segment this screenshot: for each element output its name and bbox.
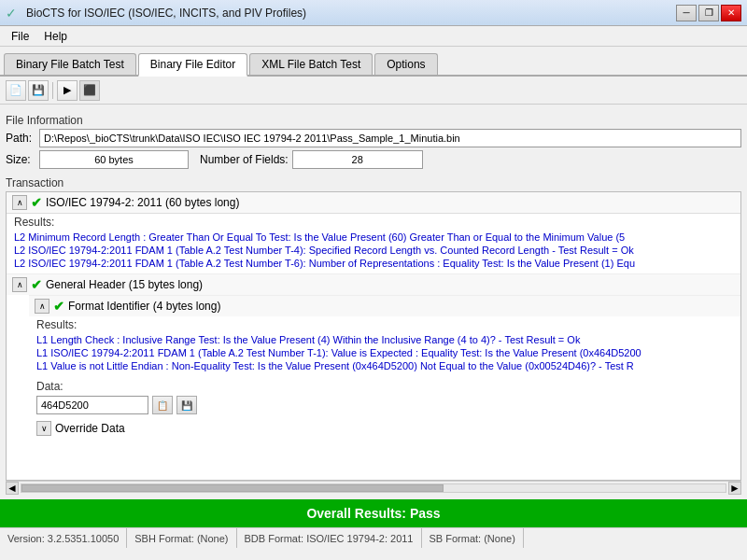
- scroll-left-btn[interactable]: ◄: [6, 482, 19, 495]
- close-button[interactable]: ✕: [721, 5, 741, 21]
- result-line-0[interactable]: L2 Minimum Record Length : Greater Than …: [14, 231, 733, 244]
- collapse-format-btn[interactable]: ∧: [35, 299, 49, 314]
- format-result-0[interactable]: L1 Length Check : Inclusive Range Test: …: [36, 333, 733, 346]
- restore-button[interactable]: ❐: [698, 5, 719, 21]
- format-identifier-section: ∧ ✔ Format Identifier (4 bytes long): [29, 295, 740, 316]
- result-line-2[interactable]: L2 ISO/IEC 19794-2:2011 FDAM 1 (Table A.…: [14, 257, 733, 270]
- path-label: Path:: [6, 132, 35, 145]
- results-label: Results:: [14, 216, 733, 229]
- data-section: Data: 📋 💾: [29, 376, 740, 418]
- format-identifier-title: Format Identifier (4 bytes long): [68, 300, 220, 313]
- format-check-icon: ✔: [53, 299, 64, 314]
- path-row: Path:: [6, 129, 741, 147]
- horizontal-scrollbar[interactable]: ◄ ►: [6, 481, 741, 494]
- format-results: Results: L1 Length Check : Inclusive Ran…: [29, 316, 740, 376]
- num-fields-input[interactable]: [292, 150, 423, 169]
- transaction-results: Results: L2 Minimum Record Length : Grea…: [7, 214, 740, 273]
- title-bar: ✓ BioCTS for ISO/IEC (ISO/IEC, INCITS, a…: [0, 0, 747, 26]
- file-info-section: File Information Path: Size: Number of F…: [6, 110, 741, 169]
- collapse-general-btn[interactable]: ∧: [12, 277, 27, 292]
- size-row: Size: Number of Fields:: [6, 150, 741, 169]
- main-content: File Information Path: Size: Number of F…: [0, 105, 747, 499]
- transaction-header: ∧ ✔ ISO/IEC 19794-2: 2011 (60 bytes long…: [7, 192, 740, 214]
- general-header-section: ∧ ✔ General Header (15 bytes long): [7, 273, 740, 295]
- transaction-section[interactable]: ∧ ✔ ISO/IEC 19794-2: 2011 (60 bytes long…: [6, 191, 741, 481]
- minimize-button[interactable]: ─: [676, 5, 697, 21]
- general-check-icon: ✔: [31, 277, 42, 292]
- data-input-row: 📋 💾: [36, 396, 733, 414]
- general-header-title: General Header (15 bytes long): [46, 278, 203, 291]
- override-collapse-btn[interactable]: ∨: [36, 421, 51, 436]
- tab-binary-batch[interactable]: Binary File Batch Test: [4, 53, 136, 75]
- path-input[interactable]: [39, 129, 741, 147]
- override-label: Override Data: [55, 422, 125, 435]
- num-fields-label: Number of Fields:: [200, 153, 289, 166]
- menu-bar: File Help: [0, 26, 747, 47]
- sb-format-text: SB Format: (None): [430, 533, 515, 544]
- data-value-input[interactable]: [36, 396, 148, 414]
- transaction-label: Transaction: [6, 173, 741, 191]
- status-bar: Version: 3.2.5351.10050 SBH Format: (Non…: [0, 527, 747, 548]
- override-row: ∨ Override Data: [29, 418, 740, 439]
- data-save-btn[interactable]: 💾: [176, 396, 197, 414]
- sb-format-segment: SB Format: (None): [422, 528, 524, 548]
- bdb-format-segment: BDB Format: ISO/IEC 19794-2: 2011: [237, 528, 422, 548]
- new-button[interactable]: 📄: [6, 80, 26, 101]
- tab-options[interactable]: Options: [374, 53, 437, 75]
- data-label: Data:: [36, 380, 733, 393]
- collapse-transaction-btn[interactable]: ∧: [12, 195, 27, 210]
- app-icon: ✓: [6, 6, 21, 21]
- format-result-1[interactable]: L1 ISO/IEC 19794-2:2011 FDAM 1 (Table A.…: [36, 346, 733, 359]
- tab-binary-editor[interactable]: Binary File Editor: [138, 53, 247, 77]
- toolbar: 📄 💾 ▶ ⬛: [0, 77, 747, 105]
- sbh-format-text: SBH Format: (None): [134, 533, 228, 544]
- format-results-label: Results:: [36, 318, 733, 331]
- menu-file[interactable]: File: [4, 28, 36, 44]
- scrollbar-track[interactable]: [21, 483, 726, 493]
- title-text: BioCTS for ISO/IEC (ISO/IEC, INCITS, and…: [26, 7, 676, 20]
- tab-xml-batch[interactable]: XML File Batch Test: [249, 53, 373, 75]
- overall-results-bar: Overall Results: Pass: [0, 499, 747, 527]
- size-label: Size:: [6, 153, 35, 166]
- result-line-1[interactable]: L2 ISO/IEC 19794-2:2011 FDAM 1 (Table A.…: [14, 244, 733, 257]
- overall-results-text: Overall Results: Pass: [306, 506, 440, 521]
- transaction-check-icon: ✔: [31, 195, 42, 210]
- format-result-2[interactable]: L1 Value is not Little Endian : Non-Equa…: [36, 359, 733, 372]
- version-segment: Version: 3.2.5351.10050: [0, 528, 127, 548]
- transaction-title: ISO/IEC 19794-2: 2011 (60 bytes long): [46, 196, 239, 209]
- save-button[interactable]: 💾: [28, 80, 49, 101]
- run-button[interactable]: ▶: [57, 80, 78, 101]
- scrollbar-thumb[interactable]: [21, 484, 444, 492]
- size-input[interactable]: [39, 150, 189, 169]
- scroll-right-btn[interactable]: ►: [728, 482, 741, 495]
- tabs-bar: Binary File Batch Test Binary File Edito…: [0, 47, 747, 77]
- file-info-label: File Information: [6, 110, 741, 129]
- version-text: Version: 3.2.5351.10050: [7, 533, 119, 544]
- bdb-format-text: BDB Format: ISO/IEC 19794-2: 2011: [245, 533, 414, 544]
- stop-button[interactable]: ⬛: [79, 80, 100, 101]
- toolbar-separator: [52, 82, 53, 99]
- window-controls: ─ ❐ ✕: [676, 5, 741, 21]
- data-edit-btn[interactable]: 📋: [152, 396, 173, 414]
- sbh-format-segment: SBH Format: (None): [127, 528, 236, 548]
- menu-help[interactable]: Help: [36, 28, 75, 44]
